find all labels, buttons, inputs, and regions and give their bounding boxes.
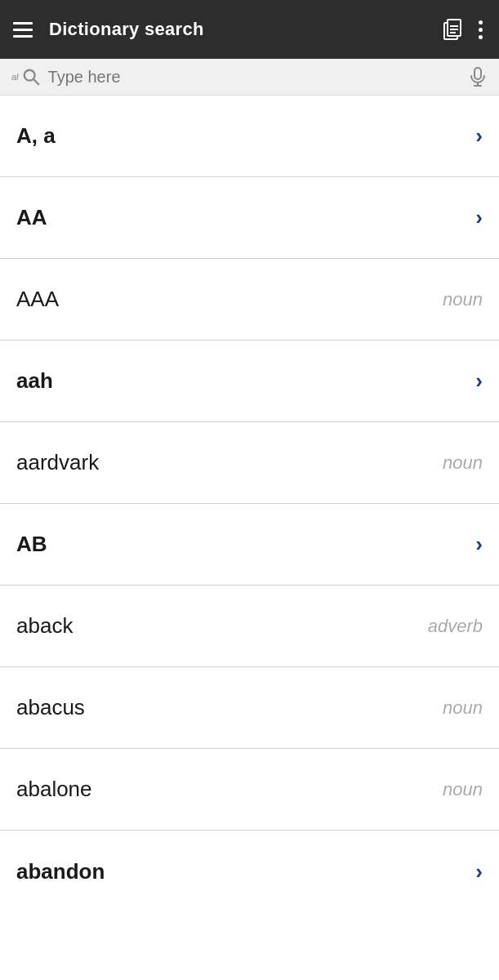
word-label: abacus [16,695,85,720]
word-label: AAA [16,287,59,312]
list-item[interactable]: aah› [0,341,499,422]
search-prefix: al [11,72,19,82]
dictionary-list: A, a›AA›AAAnounaah›aardvarknounAB›abacka… [0,96,499,912]
word-label: aah [16,368,53,394]
search-icon [22,68,40,86]
chevron-right-icon: › [475,859,483,884]
list-item[interactable]: abandon› [0,831,499,912]
list-item[interactable]: aardvarknoun [0,422,499,504]
part-of-speech-label: noun [443,452,483,474]
copy-icon[interactable] [441,18,464,41]
part-of-speech-label: noun [443,289,483,310]
microphone-icon[interactable] [468,67,488,87]
search-input[interactable] [48,68,460,87]
word-label: abandon [16,859,105,884]
chevron-right-icon: › [475,368,483,394]
list-item[interactable]: abacusnoun [0,667,499,749]
word-label: AA [16,205,47,230]
list-item[interactable]: AB› [0,504,499,586]
word-label: A, a [16,123,56,149]
search-bar: al [0,59,499,96]
app-header: Dictionary search [0,0,499,59]
svg-rect-7 [474,68,481,79]
part-of-speech-label: noun [443,779,483,800]
part-of-speech-label: adverb [428,616,483,637]
chevron-right-icon: › [475,205,483,230]
menu-icon[interactable] [13,22,33,38]
part-of-speech-label: noun [443,697,483,719]
word-label: aback [16,613,73,639]
list-item[interactable]: abackadverb [0,586,499,667]
list-item[interactable]: AAAnoun [0,259,499,341]
list-item[interactable]: AA› [0,177,499,259]
page-title: Dictionary search [49,19,441,40]
chevron-right-icon: › [475,123,483,149]
more-options-icon[interactable] [475,17,486,42]
word-label: abalone [16,777,92,802]
header-actions [441,17,486,42]
search-icon-wrapper: al [11,68,40,86]
list-item[interactable]: A, a› [0,96,499,177]
word-label: AB [16,532,47,557]
chevron-right-icon: › [475,532,483,557]
list-item[interactable]: abalonenoun [0,749,499,831]
svg-line-6 [33,79,38,84]
word-label: aardvark [16,450,99,475]
